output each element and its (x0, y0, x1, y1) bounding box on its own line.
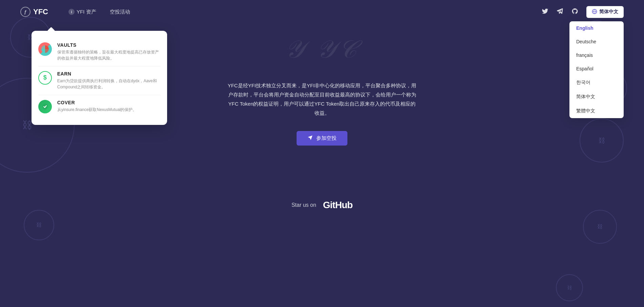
plane-icon (307, 135, 313, 141)
nav-link-yfi-assets[interactable]: i YFI 资产 (68, 9, 96, 15)
lang-option-traditional-chinese[interactable]: 繁體中文 (569, 104, 624, 118)
mega-menu: VAULTS 保管库遵循独特的策略，旨在最大程度地提高已存放资产的收益并最大程度… (32, 31, 167, 125)
language-current-label: 简体中文 (599, 9, 618, 15)
nav-link-yfi-assets-label: YFI 资产 (77, 9, 96, 15)
nav-area: i YFI 资产 空投活动 (68, 9, 130, 15)
menu-item-vaults[interactable]: VAULTS 保管库遵循独特的策略，旨在最大程度地提高已存放资产的收益并最大程度… (38, 38, 160, 66)
language-button[interactable]: 简体中文 (586, 6, 624, 18)
hero-logo-watermark: 𝒴 𝒴𝒞 (254, 30, 390, 71)
nav-links: i YFI 资产 空投活动 (68, 9, 130, 15)
cover-desc: 从yinsure.finance获取NexusMutual的保护。 (57, 107, 137, 113)
vaults-content: VAULTS 保管库遵循独特的策略，旨在最大程度地提高已存放资产的收益并最大程度… (57, 42, 160, 61)
language-dropdown: English Deutsche français Español 한국어 简体… (569, 21, 624, 118)
earn-icon: $ (38, 71, 52, 85)
cover-icon (38, 100, 52, 113)
svg-text:𝒴 𝒴𝒞: 𝒴 𝒴𝒞 (284, 36, 363, 63)
cover-title: COVER (57, 100, 137, 105)
vaults-title: VAULTS (57, 42, 160, 48)
navbar: ƒ YFC i YFI 资产 空投活动 (0, 0, 644, 24)
info-icon: i (68, 9, 75, 15)
logo-text: YFC (33, 7, 48, 16)
star-us-label: Star us on (291, 202, 316, 208)
nav-link-airdrop[interactable]: 空投活动 (110, 9, 130, 15)
footer-area: Star us on GitHub (0, 200, 644, 211)
vaults-icon (38, 42, 52, 56)
bg-circle-7: ⛓ (583, 210, 617, 244)
github-label: GitHub (323, 200, 353, 211)
hero-description: YFC是经YFI技术独立分叉而来，是YFI非中心化的移动应用，平台聚合多种协议，… (227, 81, 417, 117)
menu-item-earn[interactable]: $ EARN Earn为贷款提供商执行利润转换，自动在dydx，Aave和Com… (38, 66, 160, 95)
bg-circle-8: ⛓ (556, 274, 583, 301)
lang-option-deutsche[interactable]: Deutsche (569, 35, 624, 48)
logo-icon: ƒ (20, 7, 31, 17)
earn-content: EARN Earn为贷款提供商执行利润转换，自动在dydx，Aave和Compo… (57, 71, 160, 90)
menu-item-cover[interactable]: COVER 从yinsure.finance获取NexusMutual的保护。 (38, 95, 160, 118)
lang-option-espanol[interactable]: Español (569, 62, 624, 75)
nav-link-airdrop-label: 空投活动 (110, 9, 130, 15)
lang-option-english[interactable]: English (569, 21, 624, 35)
lang-option-korean[interactable]: 한국어 (569, 75, 624, 90)
language-globe-icon (592, 9, 597, 15)
cover-content: COVER 从yinsure.finance获取NexusMutual的保护。 (57, 100, 137, 113)
nav-right: 简体中文 English Deutsche français Español 한… (542, 6, 624, 18)
airdrop-button[interactable]: 参加空投 (297, 131, 347, 146)
earn-title: EARN (57, 71, 160, 76)
bg-circle-3: ⛓ (24, 210, 54, 240)
github-nav-icon[interactable] (571, 8, 578, 16)
earn-desc: Earn为贷款提供商执行利润转换，自动在dydx，Aave和Compound之间… (57, 78, 160, 90)
logo[interactable]: ƒ YFC (20, 7, 48, 17)
airdrop-button-label: 参加空投 (316, 135, 337, 141)
twitter-icon[interactable] (542, 8, 548, 16)
telegram-icon[interactable] (557, 8, 563, 16)
lang-option-simplified-chinese[interactable]: 简体中文 (569, 90, 624, 104)
vaults-desc: 保管库遵循独特的策略，旨在最大程度地提高已存放资产的收益并最大程度地降低风险。 (57, 49, 160, 61)
lang-option-francais[interactable]: français (569, 48, 624, 62)
language-selector: 简体中文 English Deutsche français Español 한… (586, 6, 624, 18)
